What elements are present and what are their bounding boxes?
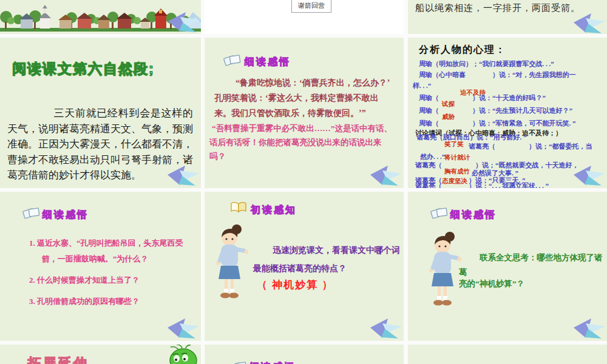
slide-three-questions[interactable]: 细读感悟 1. 逼近水寨、“孔明叫把船吊回，头东尾西受箭，一面擂鼓呐喊。”为什么… xyxy=(0,192,201,341)
question-item: 2. 什么时候曹操才知道上当了？ xyxy=(29,272,191,288)
slide-title: 分析人物的心理： xyxy=(419,44,506,56)
think-line: 葛 xyxy=(459,267,467,278)
slide-body-text: 三天前就已经料到会是这样的天气，说明诸葛亮精通天文、气象，预测准确。正因为大雾漫… xyxy=(7,106,193,183)
question-line: 迅速浏览课文，看看课文中哪个词 xyxy=(273,245,400,256)
question-item: 3. 孔明借箭成功的原因有哪些？ xyxy=(29,294,191,309)
origami-paper-icon xyxy=(167,318,200,339)
slide-dialogue[interactable]: 细读感悟 “鲁肃吃惊地说：‘倘曹兵齐出，怎么办？’孔明笑着说：‘雾这么大，我料定… xyxy=(205,38,404,188)
paper-sheets-icon xyxy=(229,360,247,364)
boats-line: 船以绳索相连，一字排开，两面受箭。 xyxy=(415,2,580,14)
girl-pointing-illustration xyxy=(425,231,461,309)
dialogue-quote: “鲁肃吃惊地说：‘倘曹兵齐出，怎么办？’孔明笑着说：‘雾这么大，我料定曹操不敢出… xyxy=(214,75,394,121)
slide-thumb-expansion[interactable]: 拓展延伸 xyxy=(0,345,201,364)
slide-paragraph-six[interactable]: 阅读课文第六自然段; 三天前就已经料到会是这样的天气，说明诸葛亮精通天文、气象，… xyxy=(0,38,201,188)
psych-note: 胸有成竹 xyxy=(444,167,470,176)
question-line: 最能概括诸葛亮的特点？ xyxy=(253,263,347,274)
slide-first-reading[interactable]: 初读感知 迅速浏览课文，看看课文中哪个词 最能概括诸葛亮的特点？ （ 神机妙算 … xyxy=(205,192,404,341)
psych-line: 然办. . .” xyxy=(420,152,445,161)
origami-paper-icon xyxy=(168,12,200,33)
open-book-icon xyxy=(230,201,247,214)
dialogue-question: “吾料曹操于重雾中必不敢出……”这是话中有话、话后有话呀！你能把诸葛亮没说出来的… xyxy=(209,121,394,163)
think-line: 联系全文思考：哪些地方体现了诸 xyxy=(480,252,603,263)
origami-paper-icon xyxy=(370,318,402,339)
slide-thumb-boats[interactable]: 船以绳索相连，一字排开，两面受箭。 xyxy=(408,0,607,34)
girl-pointing-illustration xyxy=(212,223,248,302)
answer-text: （ 神机妙算 ） xyxy=(257,278,334,292)
flowchart-node: 谢箭回营 xyxy=(291,0,331,13)
question-item: 1. 逼近水寨、“孔明叫把船吊回，头东尾西受箭，一面擂鼓呐喊。”为什么？ xyxy=(29,235,191,267)
question-list: 1. 逼近水寨、“孔明叫把船吊回，头东尾西受箭，一面擂鼓呐喊。”为什么？ 2. … xyxy=(29,235,191,315)
slide-thumb-partial-header[interactable]: 细读感悟 xyxy=(205,345,404,364)
slide-thumb-village[interactable] xyxy=(0,0,201,34)
green-cartoon-mascot xyxy=(165,345,200,364)
slide-title: 阅读课文第六自然段; xyxy=(12,59,155,78)
psych-line: 周瑜（ ）说：“军情紧急，可不能开玩笑. ” xyxy=(419,119,576,128)
slide-title: 拓展延伸 xyxy=(28,354,89,364)
psych-line: 周瑜（心中暗喜 ）说：“对，先生跟我想的一 xyxy=(419,70,576,79)
psych-note: 笑了笑 xyxy=(444,140,464,149)
psych-line: 诸葛亮（ ）说；“都督委托，当 xyxy=(469,142,592,151)
psych-line: 周瑜（明知故问）；“我们就要跟曹军交战. . .” xyxy=(419,59,554,69)
paper-sheets-icon xyxy=(223,53,241,68)
think-line: 亮的“神机妙算”？ xyxy=(459,278,524,289)
slide-thumb-flowchart[interactable]: 谢箭回营 xyxy=(205,0,404,34)
origami-paper-icon xyxy=(167,166,200,186)
slide-psychology[interactable]: 分析人物的心理： 周瑜（明知故问）；“我们就要跟曹军交战. . .” 周瑜（心中… xyxy=(408,38,607,188)
slide-whole-text-think[interactable]: 细读感悟 联系全文思考：哪些地方体现了诸 葛 亮的“神机妙算”？ xyxy=(408,192,607,341)
origami-paper-icon xyxy=(573,13,606,34)
psych-line: 周瑜（ ）说：“十天造的好吗？” xyxy=(419,93,546,103)
slide-thumb-blank[interactable] xyxy=(408,345,607,364)
section-header: 细读感悟 xyxy=(450,209,497,221)
origami-paper-icon xyxy=(573,166,606,186)
psych-line: 诸葛亮（ ）说；“. . . 我愿立军状. . . ” xyxy=(415,181,549,188)
section-header: 细读感悟 xyxy=(249,361,296,364)
slide-sorter-page: 谢箭回营 船以绳索相连，一字排开，两面受箭。 阅读课文第六自然段; 三天前就已经… xyxy=(0,0,607,364)
section-header: 初读感知 xyxy=(251,204,297,217)
paper-sheets-icon xyxy=(22,206,40,221)
paper-sheets-icon xyxy=(430,206,448,221)
psych-line: 诸葛亮（脱口而出）说：“用弓箭好. ” xyxy=(416,133,527,142)
section-header: 细读感悟 xyxy=(245,56,291,69)
psych-line: 样. . .” xyxy=(413,81,431,90)
origami-paper-icon xyxy=(573,318,606,339)
section-header: 细读感悟 xyxy=(42,209,89,221)
origami-paper-icon xyxy=(370,166,402,186)
